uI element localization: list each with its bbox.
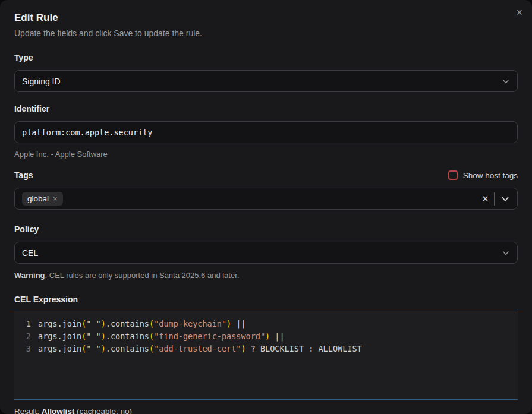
tags-multiselect[interactable]: global × ×	[14, 188, 518, 210]
result-value: Allowlist	[42, 407, 75, 414]
code-token: (	[81, 318, 86, 330]
code-token: .contains	[106, 318, 149, 330]
identifier-input[interactable]: platform:com.apple.security	[14, 121, 518, 143]
result-status-text: Result: Allowlist (cacheable: no)	[14, 407, 518, 414]
type-select[interactable]: Signing ID	[14, 70, 518, 92]
policy-label: Policy	[14, 225, 518, 234]
result-prefix: Result:	[14, 407, 42, 414]
show-host-tags-checkbox[interactable]	[448, 170, 458, 180]
cel-expression-label: CEL Expression	[14, 295, 518, 304]
result-suffix: (cacheable: no)	[74, 407, 132, 414]
code-line: 2args.join(" ").contains("find-generic-p…	[14, 330, 518, 343]
code-token: (	[149, 343, 154, 355]
code-line: 3args.join(" ").contains("add-trusted-ce…	[14, 343, 518, 355]
type-label: Type	[14, 53, 518, 62]
identifier-label: Identifier	[14, 104, 518, 113]
tags-label: Tags	[14, 170, 33, 180]
chevron-down-icon	[502, 249, 510, 257]
code-token: .contains	[106, 330, 149, 343]
code-token: (	[81, 343, 86, 355]
code-token: args.join	[38, 330, 81, 343]
dialog-subtitle: Update the fields and click Save to upda…	[14, 29, 518, 38]
code-token: (	[81, 330, 86, 343]
code-token: args.join	[38, 343, 81, 355]
show-host-tags-toggle[interactable]: Show host tags	[448, 170, 518, 180]
code-line: 1args.join(" ").contains("dump-keychain"…	[14, 318, 518, 330]
identifier-input-value: platform:com.apple.security	[22, 128, 510, 137]
cel-expression-editor[interactable]: 1args.join(" ").contains("dump-keychain"…	[14, 311, 518, 400]
policy-warning-text: Warning: CEL rules are only supported in…	[14, 271, 518, 280]
code-token: "find-generic-password"	[154, 330, 265, 343]
code-token: " "	[86, 343, 100, 355]
dialog-title: Edit Rule	[14, 12, 518, 24]
code-token: )	[226, 318, 231, 330]
line-number: 2	[14, 330, 38, 343]
policy-select[interactable]: CEL	[14, 242, 518, 264]
code-token: (	[149, 318, 154, 330]
type-select-value: Signing ID	[22, 77, 502, 86]
divider	[494, 192, 495, 206]
code-token: )	[101, 318, 106, 330]
code-token: "add-trusted-cert"	[154, 343, 241, 355]
identifier-helper-text: Apple Inc. - Apple Software	[14, 150, 518, 159]
code-token: ? BLOCKLIST : ALLOWLIST	[246, 343, 362, 355]
code-token: " "	[86, 330, 100, 343]
code-token: (	[149, 330, 154, 343]
chevron-down-icon	[502, 77, 510, 86]
policy-select-value: CEL	[22, 248, 502, 258]
edit-rule-dialog: × Edit Rule Update the fields and click …	[0, 0, 532, 414]
code-token: .contains	[106, 343, 149, 355]
show-host-tags-label: Show host tags	[463, 171, 518, 180]
code-token: )	[265, 330, 270, 343]
code-token: " "	[86, 318, 100, 330]
chevron-down-icon[interactable]	[500, 194, 510, 204]
code-token: args.join	[38, 318, 81, 330]
clear-tags-icon[interactable]: ×	[483, 194, 488, 204]
line-number: 1	[14, 318, 38, 330]
warning-prefix: Warning	[14, 271, 45, 280]
tag-chip-label: global	[27, 194, 49, 203]
code-token: )	[241, 343, 245, 355]
code-token: ||	[270, 330, 284, 343]
code-token: ||	[231, 318, 245, 330]
code-token: )	[101, 330, 106, 343]
code-token: )	[101, 343, 106, 355]
remove-tag-icon[interactable]: ×	[53, 194, 58, 203]
code-token: "dump-keychain"	[154, 318, 226, 330]
warning-rest: : CEL rules are only supported in Santa …	[45, 271, 240, 280]
tag-chip: global ×	[22, 192, 63, 206]
line-number: 3	[14, 343, 38, 355]
close-icon[interactable]: ×	[516, 6, 522, 19]
